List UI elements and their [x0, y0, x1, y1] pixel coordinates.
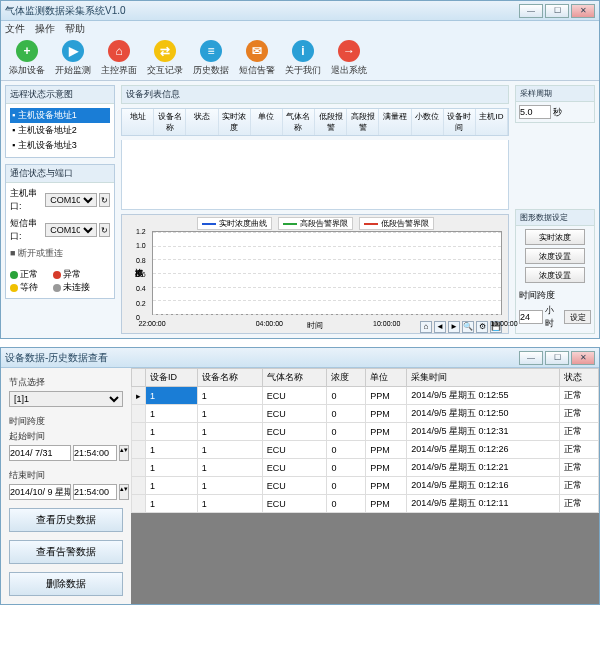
end-date-input[interactable]: [9, 484, 71, 500]
legend-item: 低段告警界限: [359, 217, 434, 230]
table-row[interactable]: 11ECU0PPM2014/9/5 星期五 0:12:31正常: [132, 423, 599, 441]
timespan-unit: 小时: [545, 304, 562, 330]
toolbar-btn-5[interactable]: ✉ 短信告警: [237, 40, 277, 77]
history-window-title: 设备数据-历史数据查看: [5, 351, 519, 365]
grid-header: 设备列表信息: [121, 85, 509, 104]
node-label: 节点选择: [9, 376, 123, 389]
host-port-select[interactable]: COM10: [45, 193, 97, 207]
toolbar-label-0: 添加设备: [9, 64, 45, 77]
timespan-label: 时间跨度: [519, 289, 555, 302]
menubar: 文件 操作 帮助: [1, 21, 599, 37]
toolbar-btn-6[interactable]: i 关于我们: [283, 40, 323, 77]
node-select[interactable]: [1]1: [9, 391, 123, 407]
chart-tool-home-icon[interactable]: ⌂: [420, 321, 432, 333]
main-window: 气体监测数据采集系统V1.0 — ☐ ✕ 文件 操作 帮助 + 添加设备 ▶ 开…: [0, 0, 600, 339]
toolbar-icon-7: →: [338, 40, 360, 62]
menu-help[interactable]: 帮助: [65, 22, 85, 36]
minimize-button[interactable]: —: [519, 4, 543, 18]
close-button[interactable]: ✕: [571, 4, 595, 18]
start-time-spinner[interactable]: ▴▾: [119, 445, 129, 461]
conc-set-button-2[interactable]: 浓度设置: [525, 267, 585, 283]
table-row[interactable]: 11ECU0PPM2014/9/5 星期五 0:12:21正常: [132, 459, 599, 477]
device-grid-body[interactable]: [121, 140, 509, 210]
toolbar-label-4: 历史数据: [193, 64, 229, 77]
timespan-set-button[interactable]: 设定: [564, 310, 591, 324]
conn-header: 通信状态与端口: [6, 165, 114, 183]
end-label: 结束时间: [9, 469, 123, 482]
span-label: 时间跨度: [9, 415, 123, 428]
maximize-button[interactable]: ☐: [545, 4, 569, 18]
interval-unit: 秒: [553, 106, 562, 119]
chart: 实时浓度曲线高段告警界限低段告警界限 模拟浓度 1.21.00.80.60.40…: [121, 214, 509, 334]
chart-tool-zoom-icon[interactable]: 🔍: [462, 321, 474, 333]
x-axis-label: 时间: [307, 320, 323, 331]
toolbar-label-3: 交互记录: [147, 64, 183, 77]
host-port-refresh-icon[interactable]: ↻: [99, 193, 110, 207]
delete-data-button[interactable]: 删除数据: [9, 572, 123, 596]
end-time-input[interactable]: [73, 484, 117, 500]
toolbar-icon-1: ▶: [62, 40, 84, 62]
toolbar-btn-4[interactable]: ≡ 历史数据: [191, 40, 231, 77]
toolbar-icon-4: ≡: [200, 40, 222, 62]
tree-panel: 远程状态示意图 ▪ 主机设备地址1▪ 主机设备地址2▪ 主机设备地址3: [5, 85, 115, 158]
view-history-button[interactable]: 查看历史数据: [9, 508, 123, 532]
plot-area[interactable]: [152, 231, 502, 315]
view-alarm-button[interactable]: 查看告警数据: [9, 540, 123, 564]
table-row[interactable]: ▸11ECU0PPM2014/9/5 星期五 0:12:55正常: [132, 387, 599, 405]
tree-item-1[interactable]: ▪ 主机设备地址2: [10, 123, 110, 138]
history-table[interactable]: 设备ID设备名称气体名称浓度单位采集时间状态 ▸11ECU0PPM2014/9/…: [131, 368, 599, 513]
timespan-input[interactable]: [519, 310, 543, 324]
toolbar-btn-2[interactable]: ⌂ 主控界面: [99, 40, 139, 77]
toolbar-btn-3[interactable]: ⇄ 交互记录: [145, 40, 185, 77]
tree-item-0[interactable]: ▪ 主机设备地址1: [10, 108, 110, 123]
toolbar-icon-3: ⇄: [154, 40, 176, 62]
window-title: 气体监测数据采集系统V1.0: [5, 4, 519, 18]
sms-port-select[interactable]: COM10: [45, 223, 97, 237]
toolbar-label-7: 退出系统: [331, 64, 367, 77]
history-titlebar[interactable]: 设备数据-历史数据查看 — ☐ ✕: [1, 348, 599, 368]
table-row[interactable]: 11ECU0PPM2014/9/5 星期五 0:12:11正常: [132, 495, 599, 513]
toolbar-label-6: 关于我们: [285, 64, 321, 77]
interval-input[interactable]: [519, 105, 551, 119]
chart-tool-back-icon[interactable]: ◄: [434, 321, 446, 333]
toolbar-icon-5: ✉: [246, 40, 268, 62]
chart-settings-panel: 图形数据设定 实时浓度 浓度设置 浓度设置 时间跨度 小时 设定: [515, 209, 595, 334]
history-minimize-button[interactable]: —: [519, 351, 543, 365]
chart-tool-config-icon[interactable]: ⚙: [476, 321, 488, 333]
sms-port-label: 短信串口:: [10, 217, 43, 243]
device-grid-header: 地址设备名称状态实时浓度单位气体名称低段报警高段报警满量程小数位设备时间主机ID: [121, 108, 509, 136]
history-maximize-button[interactable]: ☐: [545, 351, 569, 365]
reconnect-label[interactable]: ■ 断开或重连: [10, 247, 110, 260]
toolbar-btn-7[interactable]: → 退出系统: [329, 40, 369, 77]
start-time-input[interactable]: [73, 445, 117, 461]
table-row[interactable]: 11ECU0PPM2014/9/5 星期五 0:12:26正常: [132, 441, 599, 459]
interval-panel: 采样周期 秒: [515, 85, 595, 123]
menu-file[interactable]: 文件: [5, 22, 25, 36]
toolbar-btn-1[interactable]: ▶ 开始监测: [53, 40, 93, 77]
legend-item: 高段告警界限: [278, 217, 353, 230]
tree-item-2[interactable]: ▪ 主机设备地址3: [10, 138, 110, 153]
chart-tool-fwd-icon[interactable]: ►: [448, 321, 460, 333]
start-date-input[interactable]: [9, 445, 71, 461]
conn-panel: 通信状态与端口 主机串口: COM10 ↻ 短信串口: COM10 ↻ ■ 断开…: [5, 164, 115, 299]
toolbar-icon-0: +: [16, 40, 38, 62]
conc-set-button-1[interactable]: 浓度设置: [525, 248, 585, 264]
titlebar[interactable]: 气体监测数据采集系统V1.0 — ☐ ✕: [1, 1, 599, 21]
end-time-spinner[interactable]: ▴▾: [119, 484, 129, 500]
menu-operate[interactable]: 操作: [35, 22, 55, 36]
table-row[interactable]: 11ECU0PPM2014/9/5 星期五 0:12:16正常: [132, 477, 599, 495]
host-port-label: 主机串口:: [10, 187, 43, 213]
history-close-button[interactable]: ✕: [571, 351, 595, 365]
tree-header: 远程状态示意图: [6, 86, 114, 104]
realtime-button[interactable]: 实时浓度: [525, 229, 585, 245]
chart-settings-header: 图形数据设定: [516, 210, 594, 226]
toolbar-label-2: 主控界面: [101, 64, 137, 77]
toolbar-label-1: 开始监测: [55, 64, 91, 77]
history-window: 设备数据-历史数据查看 — ☐ ✕ 节点选择 [1]1 时间跨度 起始时间 ▴▾: [0, 347, 600, 605]
toolbar: + 添加设备 ▶ 开始监测 ⌂ 主控界面 ⇄ 交互记录 ≡ 历史数据 ✉ 短信告…: [1, 37, 599, 81]
interval-label: 采样周期: [516, 86, 594, 102]
sms-port-refresh-icon[interactable]: ↻: [99, 223, 110, 237]
history-grid-area: 设备ID设备名称气体名称浓度单位采集时间状态 ▸11ECU0PPM2014/9/…: [131, 368, 599, 604]
table-row[interactable]: 11ECU0PPM2014/9/5 星期五 0:12:50正常: [132, 405, 599, 423]
toolbar-btn-0[interactable]: + 添加设备: [7, 40, 47, 77]
